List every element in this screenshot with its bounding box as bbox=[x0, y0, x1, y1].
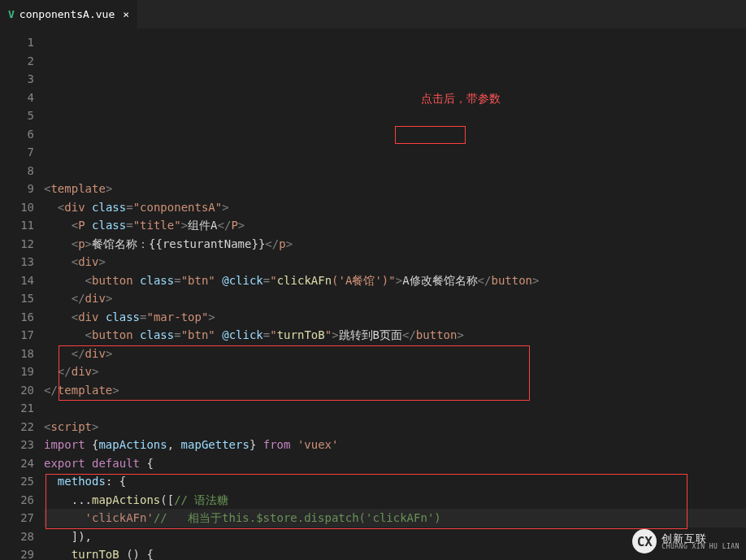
code-line: ]), bbox=[44, 527, 746, 546]
code-line: </div> bbox=[44, 289, 746, 308]
code-line: <button class="btn" @click="clickAFn('A餐… bbox=[44, 271, 746, 290]
code-editor[interactable]: 1 2 3 4 5 6 7 8 9 10 11 12 13 14 15 16 1… bbox=[0, 28, 746, 560]
annotation-text: 点击后，带参数 bbox=[421, 89, 501, 108]
code-line: ...mapActions([// 语法糖 bbox=[44, 491, 746, 510]
code-line bbox=[44, 399, 746, 418]
vue-icon: V bbox=[8, 8, 15, 20]
tab-bar: V conponentsA.vue × bbox=[0, 0, 746, 28]
editor-tab[interactable]: V conponentsA.vue × bbox=[0, 0, 137, 28]
code-line: </template> bbox=[44, 381, 746, 400]
highlight-box-arg bbox=[395, 126, 466, 144]
code-line: 'clickAFn'// 相当于this.$store.dispatch('cl… bbox=[44, 509, 746, 527]
code-line: <div> bbox=[44, 253, 746, 271]
code-line: export default { bbox=[44, 454, 746, 473]
code-line: methods: { bbox=[44, 472, 746, 491]
code-area[interactable]: 点击后，带参数 <template> <div class="conponent… bbox=[44, 28, 746, 560]
code-line: <script> bbox=[44, 418, 746, 436]
code-line: import {mapActions, mapGetters} from 'vu… bbox=[44, 436, 746, 454]
code-line: turnToB () { bbox=[44, 545, 746, 560]
close-icon[interactable]: × bbox=[123, 8, 129, 20]
code-line: </div> bbox=[44, 362, 746, 381]
code-line: </div> bbox=[44, 345, 746, 363]
code-line: <div class="mar-top"> bbox=[44, 308, 746, 327]
code-line: <p>餐馆名称：{{resturantName}}</p> bbox=[44, 235, 746, 254]
tab-filename: conponentsA.vue bbox=[20, 8, 115, 20]
line-number-gutter: 1 2 3 4 5 6 7 8 9 10 11 12 13 14 15 16 1… bbox=[0, 28, 44, 560]
code-line: <button class="btn" @click="turnToB">跳转到… bbox=[44, 326, 746, 345]
code-line: <template> bbox=[44, 180, 746, 198]
code-line: <div class="conponentsA"> bbox=[44, 198, 746, 217]
code-line: <P class="title">组件A</P> bbox=[44, 216, 746, 235]
